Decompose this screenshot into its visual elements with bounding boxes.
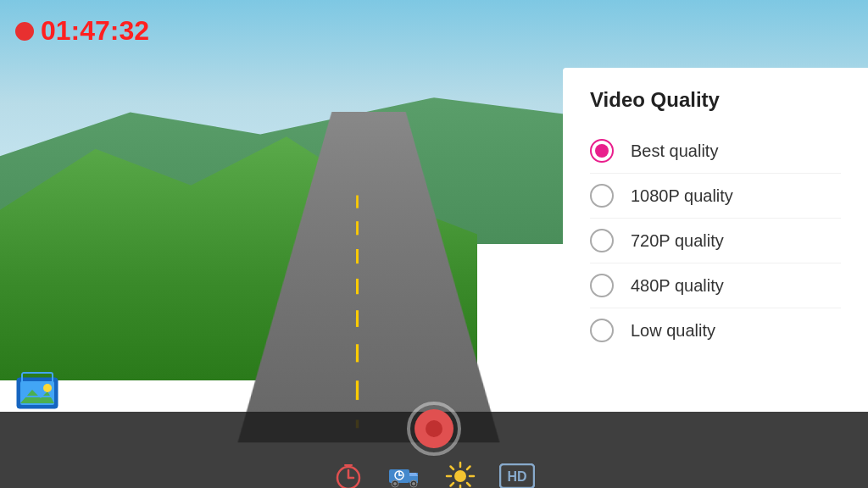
quality-option-1080p[interactable]: 1080P quality	[590, 174, 841, 219]
recording-indicator: 01:47:32	[15, 15, 149, 47]
svg-text:HD: HD	[507, 469, 526, 484]
svg-point-11	[393, 482, 397, 485]
bottom-toolbar: HD	[0, 412, 868, 488]
truck-icon[interactable]	[387, 461, 421, 488]
svg-line-25	[467, 467, 470, 470]
quality-label-low: Low quality	[631, 321, 715, 341]
quality-label-720p: 720P quality	[631, 231, 724, 251]
quality-option-480p[interactable]: 480P quality	[590, 263, 841, 308]
svg-line-22	[451, 467, 454, 470]
sun-icon[interactable]	[445, 461, 476, 488]
video-quality-panel: Video Quality Best quality 1080P quality…	[563, 68, 868, 373]
svg-point-17	[454, 470, 466, 482]
quality-option-best[interactable]: Best quality	[590, 129, 841, 174]
recording-dot	[15, 22, 34, 41]
svg-point-13	[412, 482, 415, 485]
svg-point-3	[43, 384, 52, 392]
quality-option-low[interactable]: Low quality	[590, 308, 841, 352]
capture-button[interactable]	[407, 402, 461, 456]
quality-label-1080p: 1080P quality	[631, 186, 733, 206]
hd-icon[interactable]: HD	[499, 463, 535, 488]
timer-icon[interactable]	[333, 461, 364, 488]
svg-line-24	[451, 483, 454, 486]
radio-low[interactable]	[590, 319, 614, 342]
radio-480p[interactable]	[590, 274, 614, 297]
radio-1080p[interactable]	[590, 184, 614, 208]
quality-label-480p: 480P quality	[631, 276, 724, 296]
quality-label-best: Best quality	[631, 141, 718, 161]
quality-panel-title: Video Quality	[590, 88, 841, 112]
recording-timer: 01:47:32	[41, 15, 149, 47]
radio-best[interactable]	[590, 139, 614, 163]
radio-720p[interactable]	[590, 229, 614, 252]
svg-line-23	[467, 483, 470, 486]
quality-option-720p[interactable]: 720P quality	[590, 219, 841, 263]
